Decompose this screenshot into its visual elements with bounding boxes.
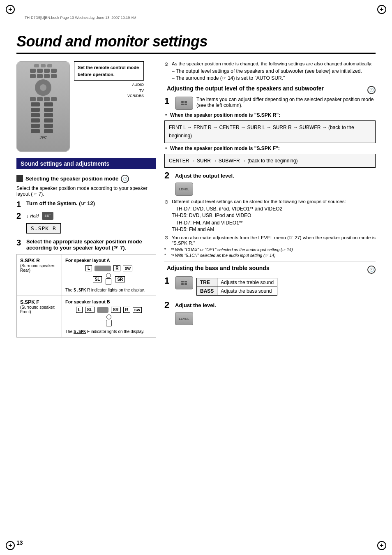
right-step-1-text: The items you can adjust differ dependin… [196,97,376,108]
spk-R-b: R [123,307,130,313]
left-column: JVC Set the remote control mode before o… [16,61,156,338]
layout-row-b: S.SPK F (Surround speaker: Front) For sp… [17,296,156,337]
clock-icon: 🕐 [121,175,129,183]
adj-bass-heading-row: Adjusting the bass and treble sounds 🕐 [164,265,376,274]
tre-bass-table: TRE Adjusts the treble sound BASS Adjust… [196,278,277,296]
remote-btn-group [31,113,55,123]
page: TH-D7D5[U]EN.book Page 13 Wednesday, Jun… [0,0,392,555]
remote-btn [37,97,43,101]
step-number-1: 1 [16,200,23,208]
layout-a-title: For speaker layout A [65,258,152,263]
remote-btn [37,74,43,78]
file-info: TH-D7D5[U]EN.book Page 13 Wednesday, Jun… [25,16,136,20]
remote-btn [44,97,50,101]
right-step-2: 2 Adjust the output level. [164,171,376,180]
spk-center-top [95,266,111,271]
setting-icon: SET [42,212,53,220]
level-note: You can also make adjustments from the L… [164,235,376,245]
remote-logo: JVC [39,135,47,139]
spk-SL-b: SL [85,307,95,313]
diff-thd7-1: – TH-D7: DVD, USB, iPod, VIDEO1*¹ and VI… [172,206,376,212]
spk-R: R [113,265,120,271]
indicator-note-b: The S.SPK F indicator lights on the disp… [65,329,152,334]
bass-step-num-2: 2 [164,301,172,310]
layout-b-right: For speaker layout B L SL SR R SW [62,296,156,337]
sspkf-label: S.SPK F [20,299,58,305]
spk-SW-b: SW [133,307,142,313]
right-step-2-label: Adjust the output level. [175,173,376,179]
step-3-label: Select the appropriate speaker position … [26,238,156,251]
layout-a-left: S.SPK R (Surround speaker: Rear) [17,254,62,296]
page-title: Sound and monitor settings [16,33,376,54]
bass-step-2: 2 Adjust the level. [164,301,376,310]
remote-btn [44,74,50,78]
spk-L-b: L [76,307,83,313]
section-divider [164,261,376,261]
step-3: 3 Select the appropriate speaker positio… [16,238,156,251]
remote-btn [30,97,36,101]
spk-center-top-b [97,307,108,313]
adj-bass-heading: Adjusting the bass and treble sounds [167,265,270,271]
display-box-sspkr: S.SPK R [26,223,61,234]
tre-row: TRE Adjusts the treble sound [197,278,277,287]
callout-area: Set the remote control mode before opera… [74,61,144,99]
section-bar: Sound settings and adjustments [16,158,156,169]
remote-btn [30,74,36,78]
remote-circle [35,79,51,96]
step-2-content: ↓ Hold SET S.SPK R [26,212,156,235]
remote-callout: Set the remote control mode before opera… [74,61,144,81]
spk-person-b [105,314,113,327]
right-column: As the speaker position mode is changed,… [164,61,376,338]
clock-icon-output: 🕐 [367,86,376,94]
right-step-1: 1 The items you can adjust differ depend… [164,97,376,110]
tre-bass-table-container: TRE Adjusts the treble sound BASS Adjust… [196,276,277,297]
step-3-content: Select the appropriate speaker position … [26,238,156,251]
right-step-num-2: 2 [164,171,172,180]
speaker-mode-list-f: When the speaker position mode is "S.SPK… [164,146,376,151]
indicator-note-a: The S.SPK R indicator lights on the disp… [65,288,152,292]
selecting-heading: Selecting the speaker position mode 🕐 [16,174,156,183]
footnote-2: *² With "5.1CH" selected as the audio in… [164,253,376,258]
step-number-3: 3 [16,238,23,247]
right-step-num-1: 1 [164,97,172,106]
remote-area: JVC Set the remote control mode before o… [16,61,156,152]
sspkf-note: When the speaker position mode is "S.SPK… [164,146,376,151]
layout-row-a: S.SPK R (Surround speaker: Rear) For spe… [17,254,156,296]
selecting-body: Select the speaker position mode accordi… [16,185,156,197]
diff-note: Different output level settings can be s… [164,199,376,204]
remote-btn [51,97,57,101]
level-icon-1: LEVEL [175,183,193,196]
tre-desc: Adjusts the treble sound [217,278,277,287]
speaker-diagram-a: L R SW SL SR [65,265,152,285]
sspkf-desc: (Surround speaker: Front) [20,305,58,314]
layout-b-title: For speaker layout B [65,299,152,304]
step-2: 2 ↓ Hold SET S.SPK R [16,212,156,235]
note-dash2: – The surround mode (☞ 14) is set to "AU… [172,75,376,81]
spk-person-a [104,273,113,285]
bass-row: BASS Adjusts the bass sound [197,287,277,296]
spk-SW: SW [123,266,132,271]
layout-a-right: For speaker layout A L R SW SL [62,254,156,296]
bass-label: BASS [197,287,217,296]
page-number: 13 [16,539,23,546]
remote-step-icon-1 [175,97,193,110]
remote-btn-group [31,124,55,133]
remote-btn [30,69,36,73]
remote-step-icon-bass [175,276,193,289]
spk-L: L [85,265,92,271]
remote-btn [37,69,43,73]
footnote-1: *¹ With "COAX" or "OPT" selected as the … [164,247,376,252]
remote-btn [44,69,50,73]
note-changed: As the speaker position mode is changed,… [164,61,376,66]
diff-thd5-2: TH-D5: FM and AM [172,227,376,232]
spk-SR-b: SR [111,307,121,313]
level-icon-2: LEVEL [175,312,193,325]
note-dash1: – The output level settings of the speak… [172,68,376,74]
remote-btn-group [31,102,55,112]
remote-btn [34,64,39,67]
corner-target-tl [6,5,15,14]
corner-target-tr [377,5,386,14]
step-1-label: Turn off the System. (☞ 12) [26,200,156,206]
sspkr-note: When the speaker position mode is "S.SPK… [164,112,376,118]
corner-target-br [377,541,386,550]
